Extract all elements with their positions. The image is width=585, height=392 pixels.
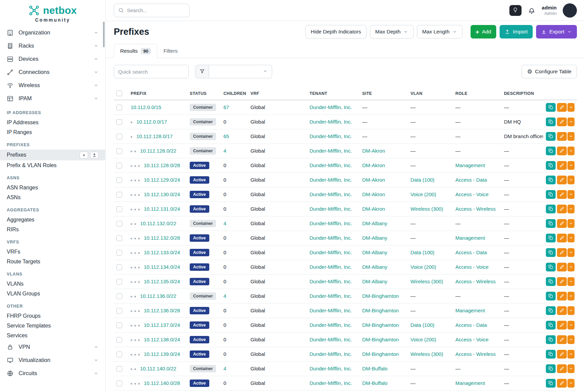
tenant-link[interactable]: Dunder-Mifflin, Inc. [310,366,352,371]
site-link[interactable]: DM-Binghamton [362,322,399,328]
prefix-link[interactable]: 10.112.134.0/24 [144,264,180,270]
site-link[interactable]: DM-Akron [362,177,385,183]
edit-button[interactable] [557,117,567,126]
edit-button[interactable] [557,335,567,344]
site-link[interactable]: DM-Akron [362,162,385,168]
copy-button[interactable] [546,147,556,155]
row-actions-dropdown[interactable] [567,306,575,315]
copy-button[interactable] [546,292,556,300]
row-actions-dropdown[interactable] [567,176,575,184]
edit-button[interactable] [557,263,567,271]
column-header-tenant[interactable]: TENANT [307,87,360,100]
role-link[interactable]: Access - Wireless [455,351,496,357]
copy-button[interactable] [546,335,556,344]
vlan-link[interactable]: Voice (200) [410,337,436,342]
row-checkbox[interactable] [116,308,122,314]
saved-filter-select[interactable] [209,65,272,78]
role-link[interactable]: Management [455,380,485,386]
row-actions-dropdown[interactable] [567,132,575,141]
copy-button[interactable] [546,277,556,286]
tenant-link[interactable]: Dunder-Mifflin, Inc. [310,104,352,110]
row-actions-dropdown[interactable] [567,234,575,242]
tenant-link[interactable]: Dunder-Mifflin, Inc. [310,191,352,197]
copy-button[interactable] [546,350,556,359]
sidebar-item-ipam[interactable]: IPAM [0,92,105,105]
edit-button[interactable] [557,219,567,228]
row-actions-dropdown[interactable] [567,364,575,373]
edit-button[interactable] [557,364,567,373]
sidebar-item-devices[interactable]: Devices [0,52,105,66]
row-checkbox[interactable] [116,381,122,386]
site-link[interactable]: DM-Albany [362,250,387,255]
column-header-description[interactable]: DESCRIPTION [501,87,543,100]
role-link[interactable]: Access - Voice [455,337,488,342]
sidebar-item-asn-ranges[interactable]: ASN Ranges [0,183,105,192]
role-link[interactable]: Access - Data [455,250,487,255]
row-checkbox[interactable] [116,351,122,357]
sidebar-item-organization[interactable]: Organization [0,26,105,39]
row-checkbox[interactable] [116,293,122,299]
edit-button[interactable] [557,292,567,300]
edit-button[interactable] [557,147,567,155]
sidebar-item-service-templates[interactable]: Service Templates [0,321,105,331]
edit-button[interactable] [557,306,567,315]
site-link[interactable]: DM-Buffalo [362,366,388,371]
sidebar-item-vpn[interactable]: VPN [0,340,105,354]
children-link[interactable]: 4 [223,148,226,154]
row-checkbox[interactable] [116,235,122,241]
prefix-link[interactable]: 10.112.135.0/24 [144,279,180,284]
vlan-link[interactable]: Data (100) [410,177,434,183]
sidebar-item-prefix-vlan-roles[interactable]: Prefix & VLAN Roles [0,160,105,170]
avatar[interactable] [563,3,577,18]
prefix-link[interactable]: 10.112.140.0/22 [140,366,176,371]
row-checkbox[interactable] [116,221,122,227]
row-checkbox[interactable] [116,337,122,343]
tenant-link[interactable]: Dunder-Mifflin, Inc. [310,119,352,125]
tenant-link[interactable]: Dunder-Mifflin, Inc. [310,264,352,270]
site-link[interactable]: DM-Buffalo [362,380,388,386]
tenant-link[interactable]: Dunder-Mifflin, Inc. [310,250,352,255]
edit-button[interactable] [557,379,567,388]
row-checkbox[interactable] [116,366,122,372]
row-actions-dropdown[interactable] [567,190,575,199]
edit-button[interactable] [557,103,567,112]
site-link[interactable]: DM-Binghamton [362,337,399,342]
site-link[interactable]: DM-Binghamton [362,308,399,313]
tenant-link[interactable]: Dunder-Mifflin, Inc. [310,148,352,154]
vlan-link[interactable]: Data (100) [410,250,434,255]
column-header-vlan[interactable]: VLAN [408,87,453,100]
edit-button[interactable] [557,321,567,330]
column-header-status[interactable]: STATUS [187,87,221,100]
row-checkbox[interactable] [116,250,122,256]
copy-button[interactable] [546,176,556,184]
prefix-link[interactable]: 10.112.138.0/24 [144,337,180,342]
select-all-checkbox[interactable] [116,90,122,96]
vlan-link[interactable]: Wireless (300) [410,206,443,212]
copy-button[interactable] [546,205,556,213]
role-link[interactable]: Access - Wireless [455,206,496,212]
hide-depth-indicators-button[interactable]: Hide Depth Indicators [305,25,367,38]
column-header-site[interactable]: SITE [360,87,408,100]
sidebar-item-asns[interactable]: ASNs [0,192,105,202]
row-actions-dropdown[interactable] [567,321,575,330]
row-checkbox[interactable] [116,192,122,198]
children-link[interactable]: 65 [223,133,229,139]
column-header-children[interactable]: CHILDREN [221,87,248,100]
row-checkbox[interactable] [116,134,122,139]
copy-button[interactable] [546,132,556,141]
copy-button[interactable] [546,161,556,170]
sidebar-item-ip-addresses[interactable]: IP Addresses [0,117,105,127]
tenant-link[interactable]: Dunder-Mifflin, Inc. [310,162,352,168]
prefix-link[interactable]: 10.112.128.0/17 [136,133,172,139]
site-link[interactable]: DM-Albany [362,264,387,270]
edit-button[interactable] [557,190,567,199]
site-link[interactable]: DM-Akron [362,191,385,197]
copy-button[interactable] [546,364,556,373]
sidebar-item-vrfs[interactable]: VRFs [0,247,105,257]
bell-icon[interactable] [528,6,536,15]
site-link[interactable]: DM-Binghamton [362,351,399,357]
column-header-vrf[interactable]: VRF [248,87,307,100]
row-actions-dropdown[interactable] [567,248,575,257]
max-length-dropdown[interactable]: Max Length [417,25,462,38]
vlan-link[interactable]: Wireless (300) [410,351,443,357]
